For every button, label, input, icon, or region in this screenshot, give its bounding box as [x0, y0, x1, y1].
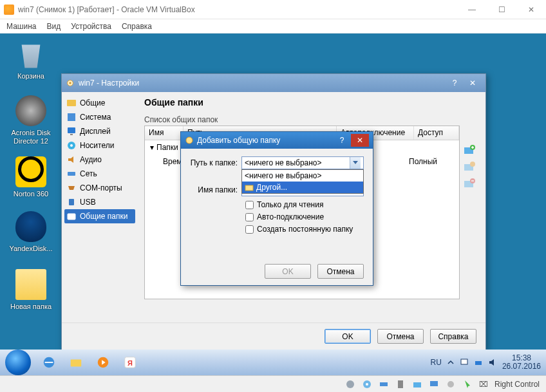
host-title: win7 (Снимок 1) [Работает] - Oracle VM V… [18, 5, 457, 14]
add-share-dialog: Добавить общую папку ? ✕ Путь к папке: <… [180, 131, 373, 286]
gear-icon [185, 136, 194, 145]
desktop-icon-norton[interactable]: Norton 360 [6, 153, 55, 198]
category-storage[interactable]: Носители [64, 138, 135, 153]
category-usb[interactable]: USB [64, 195, 135, 209]
svg-rect-10 [69, 199, 74, 205]
category-system[interactable]: Система [64, 110, 135, 124]
svg-rect-2 [67, 100, 76, 106]
tray-flag-icon[interactable] [460, 358, 469, 367]
menu-help[interactable]: Справка [122, 22, 152, 31]
settings-cancel-button[interactable]: Отмена [377, 329, 424, 344]
svg-point-19 [186, 137, 193, 144]
svg-rect-33 [380, 382, 388, 386]
category-com-ports[interactable]: COM-порты [64, 181, 135, 195]
settings-help-button[interactable]: Справка [430, 329, 476, 344]
desktop-icon-acronis[interactable]: Acronis Disk Director 12 [6, 95, 55, 145]
add-folder-icon[interactable] [463, 144, 476, 156]
automount-label: Авто-подключение [257, 212, 324, 221]
svg-rect-35 [413, 382, 421, 387]
status-network-icon[interactable] [379, 379, 389, 389]
host-menubar: Машина Вид Устройства Справка [0, 19, 546, 33]
host-statusbar: ⌧ Right Control [0, 375, 546, 392]
svg-rect-34 [398, 380, 403, 388]
category-shared-folders[interactable]: Общие папки [64, 209, 135, 223]
host-titlebar: win7 (Снимок 1) [Работает] - Oracle VM V… [0, 0, 546, 19]
minimize-button[interactable]: — [457, 0, 487, 19]
settings-title: win7 - Настройки [79, 79, 446, 88]
edit-folder-icon[interactable] [463, 160, 476, 173]
svg-rect-27 [461, 359, 467, 364]
add-share-ok-button[interactable]: OK [265, 264, 311, 279]
menu-machine[interactable]: Машина [6, 22, 36, 31]
svg-point-16 [470, 162, 475, 167]
dropdown-item-none[interactable]: <ничего не выбрано> [242, 170, 363, 182]
category-list: Общие Система Дисплей Носители Аудио Сет… [62, 92, 138, 322]
settings-footer: OK Отмена Справка [62, 322, 485, 350]
gear-icon [66, 79, 75, 88]
readonly-checkbox[interactable] [245, 201, 254, 209]
chevron-down-icon[interactable] [350, 157, 361, 169]
remove-folder-icon[interactable] [463, 177, 476, 190]
readonly-label: Только для чтения [257, 200, 323, 209]
taskbar-explorer[interactable] [63, 352, 89, 373]
start-button[interactable] [5, 350, 31, 375]
add-share-titlebar[interactable]: Добавить общую папку ? ✕ [181, 132, 373, 149]
svg-point-7 [70, 144, 73, 147]
add-share-close-button[interactable]: ✕ [351, 134, 369, 147]
add-share-help-button[interactable]: ? [333, 134, 351, 147]
col-access[interactable]: Доступ [414, 126, 459, 140]
automount-checkbox[interactable] [245, 213, 254, 221]
status-disk-icon[interactable] [345, 379, 355, 389]
svg-rect-9 [68, 172, 75, 176]
category-network[interactable]: Сеть [64, 167, 135, 181]
status-shared-folders-icon[interactable] [412, 379, 422, 389]
permanent-checkbox[interactable] [245, 225, 254, 234]
desktop-icon-yandexdisk[interactable]: YandexDisk... [6, 211, 55, 253]
name-label: Имя папки: [190, 185, 241, 194]
desktop-icon-new-folder[interactable]: Новая папка [6, 269, 55, 311]
status-recording-icon[interactable] [446, 379, 456, 389]
guest-desktop: Корзина Acronis Disk Director 12 Norton … [0, 33, 546, 375]
status-optical-icon[interactable] [362, 379, 372, 389]
svg-point-30 [346, 380, 354, 388]
settings-ok-button[interactable]: OK [325, 329, 371, 344]
taskbar-media-player[interactable] [90, 352, 116, 373]
tray-language[interactable]: RU [431, 358, 442, 367]
col-name[interactable]: Имя [145, 126, 184, 140]
settings-help-button[interactable]: ? [446, 77, 464, 89]
tray-clock[interactable]: 15:3826.07.2016 [502, 354, 541, 371]
settings-close-button[interactable]: ✕ [464, 77, 482, 89]
tray-volume-icon[interactable] [488, 358, 497, 367]
list-label: Список общих папок [144, 115, 479, 124]
status-display-icon[interactable] [429, 379, 439, 389]
status-usb-icon[interactable] [395, 379, 406, 389]
category-general[interactable]: Общие [64, 96, 135, 110]
add-share-cancel-button[interactable]: Отмена [317, 264, 364, 279]
folder-path-combo[interactable]: <ничего не выбрано> <ничего не выбрано> … [241, 156, 364, 169]
svg-rect-4 [68, 127, 75, 133]
folder-path-dropdown: <ничего не выбрано> Другой... [241, 169, 364, 194]
settings-titlebar[interactable]: win7 - Настройки ? ✕ [62, 74, 485, 92]
menu-view[interactable]: Вид [46, 22, 61, 31]
tray-chevron-up-icon[interactable] [447, 359, 455, 366]
svg-text:Я: Я [127, 359, 133, 367]
menu-devices[interactable]: Устройства [71, 22, 111, 31]
status-mouse-icon[interactable] [462, 379, 473, 389]
maximize-button[interactable]: ☐ [487, 0, 516, 19]
path-label: Путь к папке: [190, 158, 241, 167]
svg-point-37 [447, 381, 454, 387]
desktop-icon-recycle-bin[interactable]: Корзина [6, 39, 55, 80]
taskbar-yandex[interactable]: Я [117, 352, 143, 373]
svg-rect-3 [68, 113, 75, 121]
system-tray: RU 15:3826.07.2016 [431, 354, 541, 371]
close-button[interactable]: ✕ [516, 0, 546, 19]
svg-marker-8 [68, 156, 73, 163]
svg-rect-36 [430, 381, 438, 386]
dropdown-item-other[interactable]: Другой... [242, 182, 363, 193]
shared-folder-tools [460, 126, 479, 299]
tray-network-icon[interactable] [474, 358, 483, 367]
category-audio[interactable]: Аудио [64, 153, 135, 167]
svg-point-32 [366, 383, 368, 386]
taskbar-ie[interactable] [36, 352, 62, 373]
category-display[interactable]: Дисплей [64, 124, 135, 138]
